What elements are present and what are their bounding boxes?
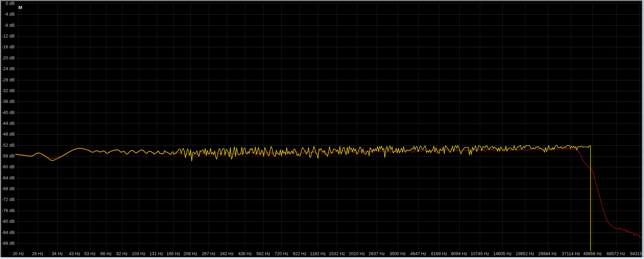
db-tick-label: -24 dB <box>0 66 15 71</box>
window-border-right <box>642 0 644 259</box>
db-tick-label: -4 dB <box>0 12 15 17</box>
db-tick-label: -32 dB <box>0 88 15 93</box>
db-tick-label: -12 dB <box>0 34 15 39</box>
channel-marker-label: M <box>18 5 22 10</box>
freq-tick-label: 94315 Hz <box>624 251 644 256</box>
window-border-top <box>0 0 644 1</box>
db-tick-label: -76 dB <box>0 208 15 213</box>
db-tick-label: -56 dB <box>0 154 15 159</box>
db-tick-label: -16 dB <box>0 44 15 49</box>
db-tick-label: -44 dB <box>0 121 15 126</box>
db-tick-label: -60 dB <box>0 164 15 169</box>
db-tick-label: -80 dB <box>0 219 15 224</box>
db-tick-label: -68 dB <box>0 186 15 191</box>
db-tick-label: -64 dB <box>0 176 15 180</box>
db-tick-label: -28 dB <box>0 78 15 82</box>
db-tick-label: -40 dB <box>0 110 15 115</box>
window-border-bottom <box>0 257 644 259</box>
db-tick-label: 0 dB <box>0 1 15 6</box>
spectrum-plot-canvas[interactable] <box>0 0 644 259</box>
db-tick-label: -84 dB <box>0 230 15 235</box>
db-tick-label: -8 dB <box>0 23 15 28</box>
spectrum-analyzer-window: M 0 dB-4 dB-8 dB-12 dB-16 dB-20 dB-24 dB… <box>0 0 644 259</box>
db-tick-label: -88 dB <box>0 241 15 246</box>
db-tick-label: -20 dB <box>0 56 15 60</box>
window-border-left <box>0 0 1 259</box>
db-tick-label: -48 dB <box>0 132 15 137</box>
db-tick-label: -52 dB <box>0 143 15 148</box>
db-tick-label: -36 dB <box>0 99 15 104</box>
db-tick-label: -72 dB <box>0 197 15 202</box>
